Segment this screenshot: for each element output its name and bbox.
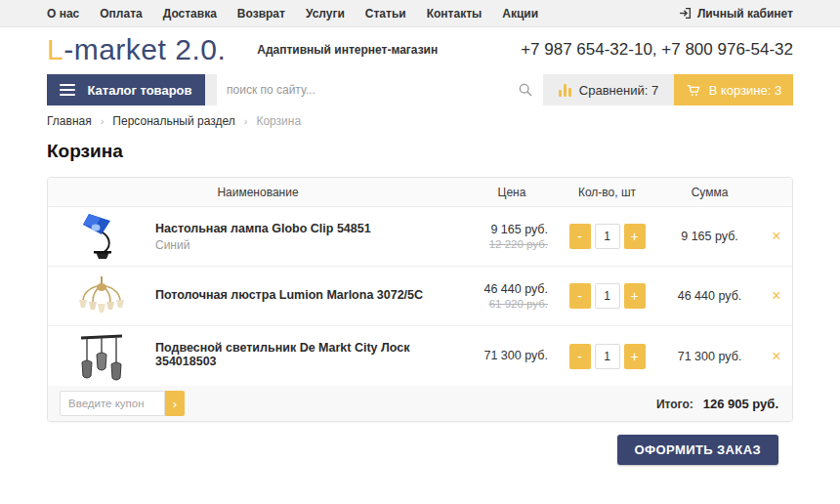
breadcrumb-separator: › [244,115,248,127]
logo[interactable]: L-market 2.0. [47,33,226,66]
hamburger-icon [60,84,75,96]
compare-count-label: Сравнений: 7 [579,83,658,98]
topnav-link-returns[interactable]: Возврат [237,7,285,21]
remove-item-button[interactable]: × [772,348,780,365]
site-header: L-market 2.0. Адаптивный интернет-магази… [0,27,840,72]
total-label: Итого: [656,398,693,411]
menubar-strip: Сравнений: 7 В корзине: 3 [205,74,793,105]
item-price: 71 300 руб. [468,349,548,362]
remove-item-button[interactable]: × [772,228,780,245]
qty-increase-button[interactable]: + [624,224,646,249]
search-input[interactable] [227,83,518,97]
coupon-input[interactable] [60,391,165,416]
item-old-price: 12 220 руб. [468,238,548,250]
cart-table: Наименование Цена Кол-во, шт Сумма Насто… [47,177,793,422]
item-price: 9 165 руб. [468,223,548,236]
catalog-button[interactable]: Каталог товаров [47,74,205,105]
search-icon[interactable] [518,82,533,98]
logo-accent: L [47,33,63,65]
product-name-link[interactable]: Потолочная люстра Lumion Marlona 3072/5C [155,288,468,302]
product-variant: Синий [155,238,468,252]
product-image-chandelier[interactable] [48,275,155,316]
item-sum: 46 440 руб. [658,289,761,303]
cart-footer: › Итого: 126 905 руб. [48,386,792,421]
topnav-link-contacts[interactable]: Контакты [427,7,483,21]
qty-decrease-button[interactable]: - [569,344,591,369]
qty-decrease-button[interactable]: - [569,283,591,309]
breadcrumb-personal-section[interactable]: Персональный раздел [112,114,234,128]
breadcrumb-home[interactable]: Главная [47,114,92,128]
cart-total: Итого: 126 905 руб. [656,397,780,411]
cart-table-header: Наименование Цена Кол-во, шт Сумма [48,178,792,207]
column-header-qty: Кол-во, шт [556,186,658,199]
breadcrumb: Главная › Персональный раздел › Корзина [47,114,793,128]
menubar: Каталог товаров Сравнений: 7 В корз [47,74,793,105]
qty-decrease-button[interactable]: - [569,224,591,249]
product-name-link[interactable]: Настольная лампа Globo Clip 54851 [155,222,468,235]
topnav-link-delivery[interactable]: Доставка [163,7,217,21]
top-navigation: О нас Оплата Доставка Возврат Услуги Ста… [47,7,538,21]
topnav-link-services[interactable]: Услуги [306,7,345,21]
item-sum: 9 165 руб. [658,230,761,243]
login-icon [679,7,692,20]
total-value: 126 905 руб. [703,397,778,411]
cart-item-row: Настольная лампа Globo Clip 54851 Синий … [48,207,792,267]
page-title: Корзина [47,141,793,162]
remove-item-button[interactable]: × [772,287,780,305]
qty-input[interactable] [595,283,620,309]
topbar: О нас Оплата Доставка Возврат Услуги Ста… [0,0,840,27]
coupon-submit-button[interactable]: › [165,391,185,416]
personal-account-link[interactable]: Личный кабинет [679,7,793,21]
cart-button-label: В корзине: 3 [709,83,782,98]
logo-text: -market 2.0. [63,33,226,65]
column-header-sum: Сумма [658,186,761,199]
column-header-price: Цена [468,186,556,199]
qty-input[interactable] [595,224,620,249]
checkout-row: ОФОРМИТЬ ЗАКАЗ [47,435,793,465]
item-price: 46 440 руб. [468,282,548,296]
product-image-desk-lamp[interactable] [48,212,155,261]
item-sum: 71 300 руб. [658,350,761,363]
topnav-link-promos[interactable]: Акции [502,7,538,21]
cart-item-row: Потолочная люстра Lumion Marlona 3072/5C… [48,267,792,326]
cart-button[interactable]: В корзине: 3 [674,74,793,105]
item-old-price: 61 920 руб. [468,298,548,310]
cart-icon [686,83,701,98]
bar-chart-icon [559,83,571,97]
qty-increase-button[interactable]: + [624,283,646,309]
personal-account-label: Личный кабинет [697,7,793,21]
column-header-name: Наименование [48,186,468,199]
qty-increase-button[interactable]: + [624,344,646,369]
breadcrumb-current: Корзина [256,114,301,128]
compare-link[interactable]: Сравнений: 7 [559,83,658,98]
search-box [217,74,543,105]
checkout-button[interactable]: ОФОРМИТЬ ЗАКАЗ [617,435,779,465]
topnav-link-articles[interactable]: Статьи [365,7,406,21]
topnav-link-payment[interactable]: Оплата [100,7,142,21]
site-tagline: Адаптивный интернет-магазин [257,43,438,57]
qty-input[interactable] [595,344,620,369]
product-image-pendant-light[interactable] [48,331,155,382]
cart-item-row: Подвесной светильник De Markt City Лоск … [48,326,792,386]
catalog-button-label: Каталог товаров [87,83,191,98]
phone-numbers: +7 987 654-32-10, +7 800 976-54-32 [521,40,793,60]
breadcrumb-separator: › [101,115,105,127]
product-name-link[interactable]: Подвесной светильник De Markt City Лоск … [155,341,468,368]
topnav-link-about[interactable]: О нас [47,7,79,21]
